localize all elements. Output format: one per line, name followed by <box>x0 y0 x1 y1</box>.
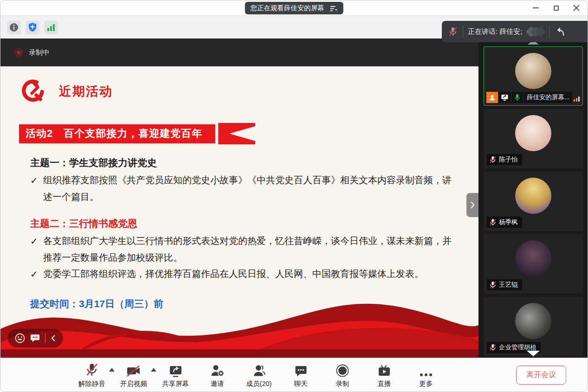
members-icon <box>253 362 265 377</box>
minimize-button[interactable] <box>532 4 539 12</box>
theme2-bullet2: ✓ 党委学工部将组织评选，择优推荐百篇作品在人民日报、人民网、中国教育报等媒体上… <box>30 266 455 283</box>
maximize-button[interactable] <box>552 4 560 12</box>
record-icon <box>336 362 349 377</box>
deadline-text: 提交时间：3月17日（周三）前 <box>30 297 455 310</box>
layout-switch-icon[interactable] <box>330 5 338 12</box>
network-signal-button[interactable] <box>44 20 58 34</box>
mic-muted-icon <box>448 26 458 37</box>
activity-banner: 活动2 百个支部接力，喜迎建党百年 <box>19 124 215 143</box>
participant-sidebar: 薛佳安的屏幕... 陈子怡 <box>478 39 588 358</box>
name-chip: 陈子怡 <box>487 154 522 165</box>
record-button[interactable]: 录制 <box>329 362 356 388</box>
host-icon <box>486 92 498 103</box>
recording-label: 录制中 <box>29 48 50 57</box>
meeting-toolbar: 解除静音 开启视频 <box>0 358 588 392</box>
avatar <box>515 53 551 89</box>
speaking-now-label: 正在讲话: 薛佳安; <box>468 27 523 36</box>
chevron-right-icon <box>470 201 475 209</box>
invite-label: 邀请 <box>211 379 224 388</box>
divider <box>549 25 549 38</box>
screen-watch-label: 您正在观看薛佳安的屏幕 <box>250 4 324 13</box>
sidebar-toggle-tab[interactable] <box>466 193 478 217</box>
camera-off-icon <box>127 362 141 377</box>
unmute-label: 解除静音 <box>78 379 105 388</box>
video-options-caret[interactable] <box>151 368 156 372</box>
emoji-icon[interactable] <box>15 333 25 343</box>
members-label: 成员(20) <box>246 379 272 388</box>
mic-muted-icon <box>489 281 497 289</box>
avatar <box>515 240 551 276</box>
more-icon <box>419 362 433 377</box>
live-button[interactable]: 直播 <box>371 362 398 388</box>
security-shield-button[interactable] <box>26 20 39 34</box>
chat-label: 聊天 <box>294 379 308 388</box>
theme2-bullet1-text: 各支部组织广大学生以三行情书的形式表达对党的热爱，忆往昔峥嵘，谈今日伟业，谋未来… <box>43 236 452 263</box>
shared-screen-area: 录制中 近期活动 活动2 百个支部接力，喜迎建党百年 <box>0 39 478 358</box>
meeting-info-button[interactable] <box>7 20 21 34</box>
chat-bubble-icon[interactable] <box>30 334 40 343</box>
scroll-down-arrow[interactable] <box>527 351 540 356</box>
live-icon <box>378 362 391 377</box>
check-icon: ✓ <box>30 266 38 283</box>
theme1-title: 主题一：学生支部接力讲党史 <box>30 156 455 169</box>
divider <box>463 25 463 38</box>
more-button[interactable]: 更多 <box>413 362 439 388</box>
theme2-bullet2-text: 党委学工部将组织评选，择优推荐百篇作品在人民日报、人民网、中国教育报等媒体上发表… <box>43 269 424 279</box>
participant-tile[interactable]: 王艺锟 <box>484 234 583 294</box>
participant-tile[interactable]: 杨季枫 <box>484 172 583 231</box>
theme1-bullet: ✓ 组织推荐支部按照《共产党员应知的党史小故事》《中共党史百人百事》相关文本内容… <box>30 172 455 205</box>
divider <box>45 333 45 343</box>
share-screen-button[interactable]: 共享屏幕 <box>162 362 189 388</box>
shield-icon <box>28 22 37 32</box>
connection-signal-icon <box>574 96 580 102</box>
name-chip: 王艺锟 <box>487 279 522 290</box>
participant-tile[interactable]: 企业管理胡植 <box>484 297 583 356</box>
members-button[interactable]: 成员(20) <box>246 362 272 388</box>
screen-sharing-icon <box>499 92 510 103</box>
chat-icon <box>295 362 307 377</box>
mic-muted-icon <box>489 218 497 226</box>
slide-title: 近期活动 <box>59 83 113 100</box>
participant-tile[interactable]: 薛佳安的屏幕... <box>484 46 583 106</box>
name-chip: 杨季枫 <box>487 217 522 228</box>
start-video-label: 开启视频 <box>120 379 147 388</box>
mic-muted-icon <box>85 362 98 377</box>
avatar <box>515 303 551 339</box>
meeting-window: 您正在观看薛佳安的屏幕 <box>0 0 588 392</box>
start-video-button[interactable]: 开启视频 <box>120 362 147 388</box>
window-controls <box>532 0 580 15</box>
main-area: 录制中 近期活动 活动2 百个支部接力，喜迎建党百年 <box>0 39 588 358</box>
banner-flag-icon <box>218 123 255 144</box>
theme1-bullet-text: 组织推荐支部按照《共产党员应知的党史小故事》《中共党史百人百事》相关文本内容录制… <box>43 175 452 202</box>
theme2-title: 主题二：三行情书感党恩 <box>30 217 455 230</box>
participant-tile[interactable]: 陈子怡 <box>484 109 583 168</box>
party-emblem-icon <box>20 78 45 104</box>
share-screen-label: 共享屏幕 <box>162 379 189 388</box>
presentation-slide: 近期活动 活动2 百个支部接力，喜迎建党百年 主题一：学生支部接力讲党史 ✓ 组… <box>0 66 478 358</box>
mic-muted-icon <box>489 156 497 164</box>
screen-share-icon <box>169 362 182 377</box>
unmute-button[interactable]: 解除静音 <box>78 362 105 388</box>
mic-active-icon <box>511 92 523 103</box>
reply-icon[interactable] <box>554 26 565 37</box>
invite-button[interactable]: 邀请 <box>204 362 231 388</box>
chat-button[interactable]: 聊天 <box>287 362 314 388</box>
invite-icon <box>211 362 224 377</box>
more-label: 更多 <box>420 379 433 388</box>
mic-options-caret[interactable] <box>109 368 115 372</box>
close-button[interactable] <box>573 4 580 12</box>
participant-badges: 薛佳安的屏幕... <box>486 92 572 103</box>
screen-watch-banner[interactable]: 您正在观看薛佳安的屏幕 <box>245 2 343 14</box>
participant-name: 陈子怡 <box>499 155 518 164</box>
collapse-pill-icon[interactable] <box>51 334 56 342</box>
leave-meeting-button[interactable]: 离开会议 <box>516 366 566 385</box>
info-icon <box>9 23 19 32</box>
participant-name: 薛佳安的屏幕... <box>524 92 572 103</box>
toolbar-buttons: 解除静音 开启视频 <box>78 362 439 388</box>
recording-bar: 录制中 <box>0 39 478 66</box>
titlebar: 您正在观看薛佳安的屏幕 <box>0 0 588 15</box>
live-label: 直播 <box>378 379 391 388</box>
check-icon: ✓ <box>30 173 38 189</box>
theme2-bullet1: ✓ 各支部组织广大学生以三行情书的形式表达对党的热爱，忆往昔峥嵘，谈今日伟业，谋… <box>30 233 455 266</box>
record-label: 录制 <box>336 379 349 388</box>
